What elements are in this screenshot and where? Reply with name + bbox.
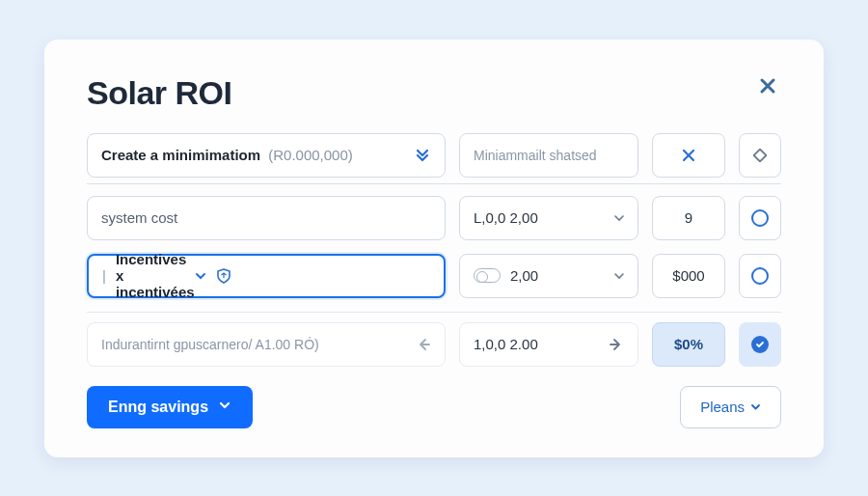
row-incentives: | Incentives x incentivées 2,00 — [87, 254, 781, 298]
config-diamond-button[interactable] — [739, 133, 781, 178]
summary-label: Indurantirnt gpuscarnero/ A1.00 RÓ) — [101, 337, 319, 352]
solar-roi-panel: Solar ROI Create a minimimatiom (R0.000,… — [44, 40, 824, 457]
panel-header: Solar ROI — [87, 74, 781, 112]
incentives-radio[interactable] — [739, 254, 781, 298]
caret-down-icon — [614, 213, 624, 223]
caret-down-icon — [614, 271, 624, 281]
close-button[interactable] — [754, 74, 781, 101]
arrow-left-icon[interactable] — [416, 337, 431, 352]
svg-rect-0 — [754, 149, 767, 161]
chevron-down-icon — [218, 399, 231, 416]
config-clear-button[interactable] — [652, 133, 725, 178]
system-cost-label: system cost — [101, 209, 177, 226]
x-icon — [682, 149, 695, 162]
row-configuration: Create a minimimatiom (R0.000,000) Minia… — [87, 133, 781, 184]
plans-button[interactable]: Pleans — [680, 386, 781, 428]
system-cost-input[interactable]: system cost — [87, 196, 446, 240]
incentives-result-value: $000 — [672, 267, 704, 284]
summary-check[interactable] — [739, 322, 781, 367]
row-system-cost: system cost L,0,0 2,00 9 — [87, 196, 781, 240]
incentives-label: Incentives x incentivées — [116, 251, 195, 300]
chevron-down-icon — [750, 399, 761, 415]
toggle-icon[interactable] — [474, 268, 501, 283]
system-cost-result: 9 — [652, 196, 725, 240]
summary-label-cell: Indurantirnt gpuscarnero/ A1.00 RÓ) — [87, 322, 446, 367]
energy-savings-button[interactable]: Enng savings — [87, 386, 253, 428]
double-chevron-down-icon — [414, 147, 431, 164]
config-main-select[interactable]: Create a minimimatiom (R0.000,000) — [87, 133, 446, 178]
summary-value-cell[interactable]: 1,0,0 2.00 — [459, 322, 638, 367]
radio-open-icon — [751, 209, 769, 227]
diamond-icon — [753, 149, 767, 162]
system-cost-value-select[interactable]: L,0,0 2,00 — [459, 196, 638, 240]
row-summary: Indurantirnt gpuscarnero/ A1.00 RÓ) 1,0,… — [87, 312, 781, 367]
summary-result: $0% — [652, 322, 725, 367]
incentives-value: 2,00 — [510, 267, 538, 284]
check-circle-icon — [751, 336, 769, 353]
shield-icon — [216, 268, 231, 284]
config-secondary-select[interactable]: Miniammailt shatsed — [459, 133, 638, 178]
page-title: Solar ROI — [87, 74, 231, 112]
chevron-down-icon — [195, 270, 206, 282]
incentives-select[interactable]: | Incentives x incentivées — [87, 254, 446, 298]
system-cost-value: L,0,0 2,00 — [474, 209, 538, 226]
incentives-value-select[interactable]: 2,00 — [459, 254, 638, 298]
arrow-right-icon — [609, 337, 624, 352]
plans-label: Pleans — [700, 399, 745, 415]
config-hint: (R0.000,000) — [268, 147, 353, 163]
system-cost-result-value: 9 — [685, 209, 692, 226]
config-secondary-label: Miniammailt shatsed — [474, 148, 597, 163]
energy-savings-label: Enng savings — [108, 399, 208, 416]
close-icon — [759, 75, 776, 100]
summary-value: 1,0,0 2.00 — [474, 336, 538, 352]
radio-open-icon — [751, 267, 769, 285]
incentives-result: $000 — [652, 254, 725, 298]
panel-footer: Enng savings Pleans — [87, 386, 781, 428]
summary-result-value: $0% — [674, 336, 703, 352]
text-cursor-icon: | — [102, 267, 106, 284]
system-cost-radio[interactable] — [739, 196, 781, 240]
config-label: Create a minimimatiom — [101, 147, 260, 163]
